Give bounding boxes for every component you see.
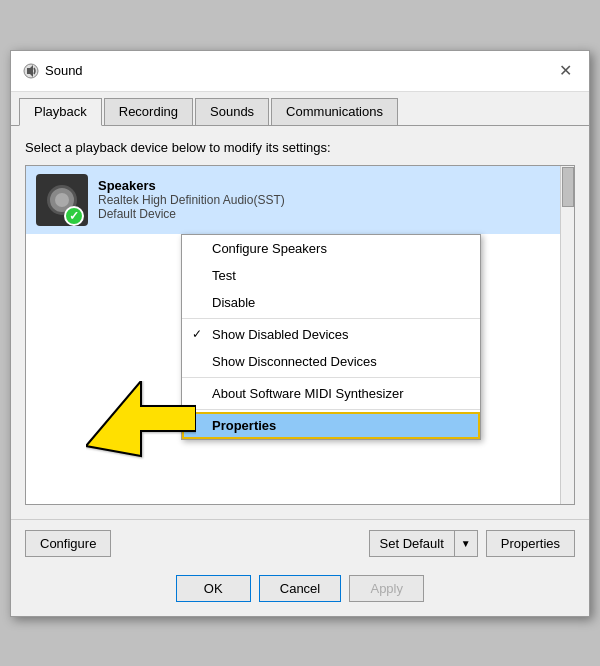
device-status: Default Device bbox=[98, 207, 564, 221]
set-default-dropdown-arrow[interactable]: ▼ bbox=[454, 531, 477, 556]
scrollbar-thumb[interactable] bbox=[562, 167, 574, 207]
arrow-icon bbox=[86, 381, 196, 481]
menu-separator-2 bbox=[182, 377, 480, 378]
device-description: Realtek High Definition Audio(SST) bbox=[98, 193, 564, 207]
bottom-buttons: Configure Set Default ▼ Properties bbox=[11, 519, 589, 567]
configure-button[interactable]: Configure bbox=[25, 530, 111, 557]
close-button[interactable]: ✕ bbox=[553, 59, 577, 83]
dialog-buttons: OK Cancel Apply bbox=[11, 567, 589, 616]
arrow-annotation bbox=[86, 381, 196, 484]
tab-communications[interactable]: Communications bbox=[271, 98, 398, 125]
instruction-text: Select a playback device below to modify… bbox=[25, 140, 575, 155]
properties-button[interactable]: Properties bbox=[486, 530, 575, 557]
tab-playback[interactable]: Playback bbox=[19, 98, 102, 126]
menu-item-show-disabled[interactable]: Show Disabled Devices bbox=[182, 321, 480, 348]
context-menu: Configure Speakers Test Disable Show Dis… bbox=[181, 234, 481, 440]
tab-recording[interactable]: Recording bbox=[104, 98, 193, 125]
tab-sounds[interactable]: Sounds bbox=[195, 98, 269, 125]
title-bar-left: Sound bbox=[23, 63, 83, 79]
sound-dialog: Sound ✕ Playback Recording Sounds Commun… bbox=[10, 50, 590, 617]
menu-item-configure[interactable]: Configure Speakers bbox=[182, 235, 480, 262]
device-item-speakers[interactable]: ✓ Speakers Realtek High Definition Audio… bbox=[26, 166, 574, 234]
apply-button[interactable]: Apply bbox=[349, 575, 424, 602]
cancel-button[interactable]: Cancel bbox=[259, 575, 341, 602]
device-icon-container: ✓ bbox=[36, 174, 88, 226]
device-info: Speakers Realtek High Definition Audio(S… bbox=[98, 178, 564, 221]
menu-item-properties[interactable]: Properties bbox=[182, 412, 480, 439]
menu-item-disable[interactable]: Disable bbox=[182, 289, 480, 316]
default-check-icon: ✓ bbox=[64, 206, 84, 226]
sound-icon bbox=[23, 63, 39, 79]
ok-button[interactable]: OK bbox=[176, 575, 251, 602]
device-list[interactable]: ✓ Speakers Realtek High Definition Audio… bbox=[25, 165, 575, 505]
set-default-wrapper[interactable]: Set Default ▼ bbox=[369, 530, 478, 557]
tab-content: Select a playback device below to modify… bbox=[11, 126, 589, 519]
scrollbar[interactable] bbox=[560, 166, 574, 504]
device-name: Speakers bbox=[98, 178, 564, 193]
svg-marker-2 bbox=[86, 381, 196, 456]
tab-bar: Playback Recording Sounds Communications bbox=[11, 92, 589, 126]
menu-item-test[interactable]: Test bbox=[182, 262, 480, 289]
menu-item-about-midi[interactable]: About Software MIDI Synthesizer bbox=[182, 380, 480, 407]
menu-separator-3 bbox=[182, 409, 480, 410]
set-default-button[interactable]: Set Default bbox=[370, 531, 454, 556]
menu-separator-1 bbox=[182, 318, 480, 319]
window-title: Sound bbox=[45, 63, 83, 78]
title-bar: Sound ✕ bbox=[11, 51, 589, 92]
menu-item-show-disconnected[interactable]: Show Disconnected Devices bbox=[182, 348, 480, 375]
